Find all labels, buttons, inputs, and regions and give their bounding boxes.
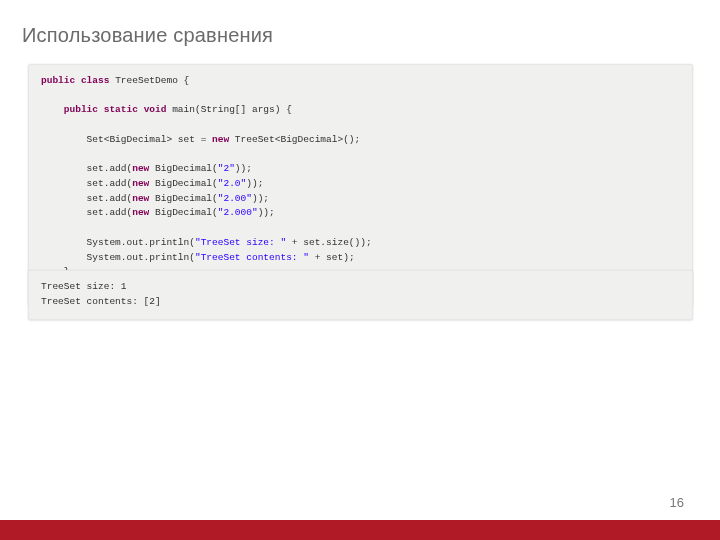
string-literal: "2.0" — [218, 178, 247, 189]
blank-line — [41, 118, 680, 133]
code-line: public static void main(String[] args) { — [41, 103, 680, 118]
code-text: Set<BigDecimal> set = — [41, 134, 212, 145]
code-text: + set); — [309, 252, 355, 263]
output-line: TreeSet contents: [2] — [41, 295, 680, 310]
keyword: class — [75, 75, 109, 86]
keyword: new — [212, 134, 229, 145]
blank-line — [41, 89, 680, 104]
code-text: BigDecimal( — [149, 178, 217, 189]
output-block: TreeSet size: 1 TreeSet contents: [2] — [28, 270, 693, 320]
keyword: new — [132, 163, 149, 174]
code-text: )); — [252, 193, 269, 204]
keyword: new — [132, 207, 149, 218]
code-text: BigDecimal( — [149, 163, 217, 174]
output-line: TreeSet size: 1 — [41, 280, 680, 295]
keyword: void — [138, 104, 167, 115]
code-text: set.add( — [41, 178, 132, 189]
code-line: public class TreeSetDemo { — [41, 74, 680, 89]
string-literal: "2.00" — [218, 193, 252, 204]
keyword: new — [132, 193, 149, 204]
code-text: System.out.println( — [41, 237, 195, 248]
code-text: set.add( — [41, 193, 132, 204]
code-text: )); — [246, 178, 263, 189]
string-literal: "2" — [218, 163, 235, 174]
blank-line — [41, 148, 680, 163]
slide: Использование сравнения public class Tre… — [0, 0, 720, 540]
code-line: System.out.println("TreeSet contents: " … — [41, 251, 680, 266]
keyword: static — [98, 104, 138, 115]
footer-bar — [0, 520, 720, 540]
slide-title: Использование сравнения — [22, 24, 273, 47]
code-text: BigDecimal( — [149, 207, 217, 218]
code-text: BigDecimal( — [149, 193, 217, 204]
code-text: TreeSetDemo { — [109, 75, 189, 86]
code-text: set.add( — [41, 163, 132, 174]
code-text: System.out.println( — [41, 252, 195, 263]
code-text: )); — [235, 163, 252, 174]
keyword: public — [41, 104, 98, 115]
string-literal: "TreeSet size: " — [195, 237, 286, 248]
keyword: new — [132, 178, 149, 189]
string-literal: "2.000" — [218, 207, 258, 218]
code-line: Set<BigDecimal> set = new TreeSet<BigDec… — [41, 133, 680, 148]
page-number: 16 — [670, 495, 684, 510]
code-line: System.out.println("TreeSet size: " + se… — [41, 236, 680, 251]
code-text: + set.size()); — [286, 237, 372, 248]
code-text: )); — [258, 207, 275, 218]
code-line: set.add(new BigDecimal("2")); — [41, 162, 680, 177]
code-text: main(String[] args) { — [166, 104, 291, 115]
code-line: set.add(new BigDecimal("2.000")); — [41, 206, 680, 221]
code-line: set.add(new BigDecimal("2.00")); — [41, 192, 680, 207]
code-line: set.add(new BigDecimal("2.0")); — [41, 177, 680, 192]
code-text: set.add( — [41, 207, 132, 218]
blank-line — [41, 221, 680, 236]
code-text: TreeSet<BigDecimal>(); — [229, 134, 360, 145]
keyword: public — [41, 75, 75, 86]
string-literal: "TreeSet contents: " — [195, 252, 309, 263]
